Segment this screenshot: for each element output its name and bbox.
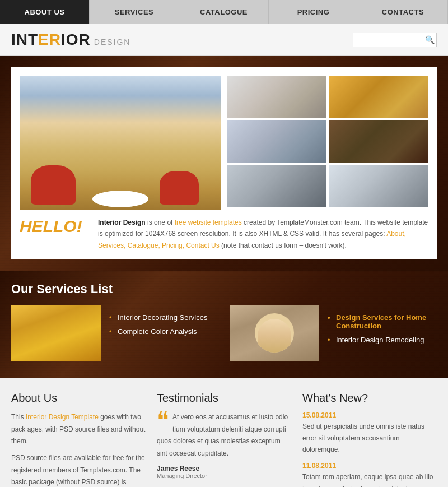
service-list-1: Interior Decorating Services Complete Co…	[109, 305, 207, 361]
thumb-row-1	[227, 76, 428, 118]
service-card-2: Design Services for Home Construction In…	[230, 305, 437, 361]
quote-mark-icon: ❝	[157, 409, 169, 431]
thumb-row-2	[227, 120, 428, 163]
service-list-2: Design Services for Home Construction In…	[328, 305, 437, 361]
about-us-title: About Us	[11, 392, 146, 405]
thumb-row-3	[227, 165, 428, 207]
service-item-2-1: Design Services for Home Construction	[328, 310, 437, 333]
service-card-1: Interior Decorating Services Complete Co…	[11, 305, 218, 361]
site-header: INTERIORDESIGN 🔍	[0, 24, 448, 56]
testimonial-body: ❝ At vero eos at accusamus et iusto odio…	[157, 411, 291, 479]
testimonial-role: Managing Director	[157, 472, 291, 479]
service-image-1	[11, 305, 101, 361]
service-item-2-2: Interior Design Remodeling	[328, 333, 437, 347]
hero-desc-strong: Interior Design	[98, 219, 146, 226]
service-item-1-2: Complete Color Analysis	[109, 324, 207, 338]
testimonial-author: James Reese	[157, 465, 291, 472]
testimonials-col: Testimonials ❝ At vero eos at accusamus …	[157, 392, 291, 487]
about-us-col: About Us This Interior Design Template g…	[11, 392, 146, 487]
thumb-3[interactable]	[227, 120, 326, 163]
site-logo: INTERIORDESIGN	[11, 31, 130, 49]
services-cards: Interior Decorating Services Complete Co…	[11, 305, 437, 361]
hero-top	[20, 76, 428, 210]
testimonials-title: Testimonials	[157, 392, 291, 405]
hero-desc-link[interactable]: free website templates	[175, 219, 242, 226]
hero-thumbnails	[227, 76, 428, 210]
whats-new-col: What's New? 15.08.2011 Sed ut perspiciat…	[302, 392, 437, 487]
nav-services[interactable]: SERVICES	[90, 0, 179, 24]
news-date-1: 15.08.2011	[302, 411, 437, 419]
logo-ior: IOR	[61, 31, 91, 48]
lower-section: About Us This Interior Design Template g…	[0, 378, 448, 487]
news-text-1: Sed ut perspiciatis unde omnis iste natu…	[302, 421, 437, 455]
thumb-5[interactable]	[227, 165, 326, 207]
nav-about-us[interactable]: ABOUT US	[0, 0, 90, 24]
thumb-6[interactable]	[329, 165, 429, 207]
news-item-1: 15.08.2011 Sed ut perspiciatis unde omni…	[302, 411, 437, 455]
whats-new-title: What's New?	[302, 392, 437, 405]
service-item-1-1: Interior Decorating Services	[109, 310, 207, 324]
services-section: Our Services List Interior Decorating Se…	[0, 271, 448, 378]
hero-section: HELLO! Interior Design is one of free we…	[0, 56, 448, 271]
nav-catalogue[interactable]: CATALOGUE	[179, 0, 269, 24]
thumb-2[interactable]	[329, 76, 429, 118]
logo-er: ER	[38, 31, 61, 48]
hero-desc-body1: is one of	[146, 219, 175, 226]
search-input[interactable]	[358, 36, 425, 44]
about-us-text2: PSD source files are available for free …	[11, 452, 146, 487]
hero-bottom: HELLO! Interior Design is one of free we…	[20, 210, 428, 251]
about-us-text1: This Interior Design Template goes with …	[11, 411, 146, 448]
news-date-2: 11.08.2011	[302, 462, 437, 470]
logo-int: INT	[11, 31, 38, 48]
nav-contacts[interactable]: CONTACTS	[358, 0, 448, 24]
hero-main-image	[20, 76, 221, 210]
services-title: Our Services List	[11, 282, 437, 296]
hero-inner: HELLO! Interior Design is one of free we…	[11, 67, 437, 259]
logo-design: DESIGN	[94, 38, 131, 47]
search-icon[interactable]: 🔍	[425, 35, 435, 44]
news-text-2: Totam rem aperiam, eaque ipsa quae ab il…	[302, 471, 437, 487]
hero-desc-note: (note that contact us form – doesn't wor…	[220, 242, 347, 249]
search-box: 🔍	[353, 33, 437, 47]
nav-pricing[interactable]: PRICING	[269, 0, 358, 24]
main-nav: ABOUT US SERVICES CATALOGUE PRICING CONT…	[0, 0, 448, 24]
about-us-link[interactable]: Interior Design Template	[26, 413, 99, 421]
hero-description: Interior Design is one of free website t…	[98, 217, 428, 251]
service-image-2	[230, 305, 319, 361]
hello-text: HELLO!	[20, 217, 87, 251]
thumb-4[interactable]	[329, 120, 429, 163]
testimonial-quote: At vero eos at accusamus et iusto odio t…	[157, 411, 291, 460]
thumb-1[interactable]	[227, 76, 326, 118]
news-item-2: 11.08.2011 Totam rem aperiam, eaque ipsa…	[302, 462, 437, 487]
